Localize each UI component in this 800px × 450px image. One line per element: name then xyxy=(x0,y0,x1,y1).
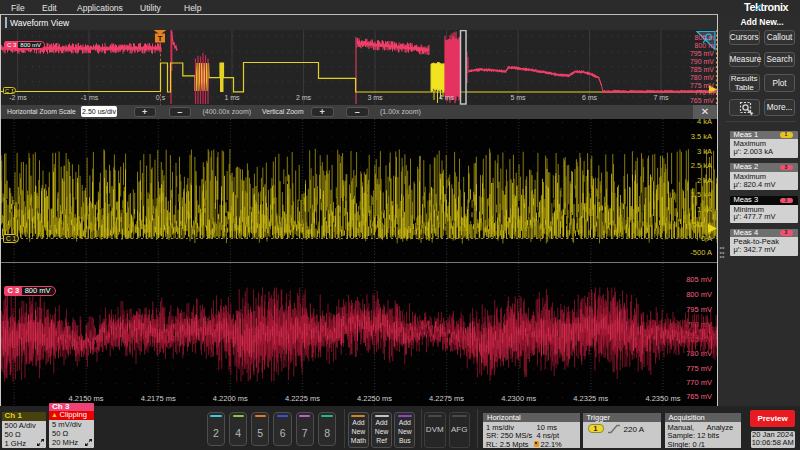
svg-text:T: T xyxy=(158,34,163,43)
